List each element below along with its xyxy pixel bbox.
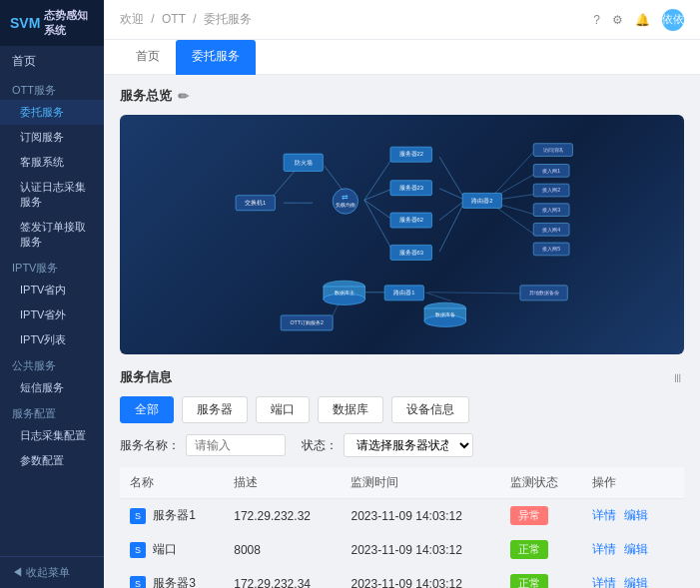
svg-text:服务器23: 服务器23: [399, 185, 423, 191]
svg-text:路由器1: 路由器1: [393, 290, 414, 295]
svg-text:服务器63: 服务器63: [399, 250, 423, 256]
status-badge[interactable]: 正常: [510, 540, 548, 559]
action-编辑[interactable]: 编辑: [624, 576, 648, 588]
help-icon[interactable]: ?: [593, 13, 600, 27]
cell-status: 异常: [500, 499, 582, 533]
svg-line-5: [439, 157, 465, 200]
topology-diagram: 防火墙 服务器22 服务器23 服务器62 服务器63 交换机1: [120, 115, 684, 354]
svg-line-7: [439, 200, 465, 220]
svg-line-9: [494, 151, 534, 194]
filter-tab-port[interactable]: 端口: [256, 396, 310, 423]
filter-tab-db[interactable]: 数据库: [318, 396, 383, 423]
cell-status: 正常: [500, 567, 582, 589]
svg-text:负载均衡: 负载均衡: [336, 202, 355, 208]
status-label: 状态：: [302, 437, 338, 454]
cell-desc: 8008: [224, 533, 341, 567]
breadcrumb: 欢迎 / OTT / 委托服务: [120, 11, 252, 28]
col-time: 监测时间: [341, 467, 499, 499]
sidebar-item-log-config[interactable]: 日志采集配置: [0, 423, 104, 448]
svg-line-15: [273, 169, 298, 198]
bell-icon[interactable]: 🔔: [635, 13, 650, 27]
filter-tab-device[interactable]: 设备信息: [391, 396, 469, 423]
sidebar-item-iptv-list[interactable]: IPTV列表: [0, 327, 104, 352]
svg-text:接入网2: 接入网2: [542, 187, 560, 193]
row-icon: S: [130, 576, 146, 588]
sidebar-item-weituo[interactable]: 委托服务: [0, 100, 104, 125]
svg-text:防火墙: 防火墙: [295, 160, 313, 166]
sidebar-item-kefu[interactable]: 客服系统: [0, 150, 104, 175]
status-badge[interactable]: 正常: [510, 574, 548, 588]
svg-line-17: [425, 293, 451, 301]
sidebar-item-sms[interactable]: 短信服务: [0, 375, 104, 400]
sidebar-item-param-config[interactable]: 参数配置: [0, 448, 104, 473]
action-编辑[interactable]: 编辑: [624, 508, 648, 522]
sidebar-home[interactable]: 首页: [0, 46, 104, 77]
filter-tabs: 全部 服务器 端口 数据库 设备信息: [120, 396, 684, 423]
sidebar-item-dingyue[interactable]: 订阅服务: [0, 125, 104, 150]
row-icon: S: [130, 542, 146, 558]
name-label: 服务名称：: [120, 437, 180, 454]
table-row: S 端口 8008 2023-11-09 14:03:12 正常 详情编辑: [120, 533, 684, 567]
service-table: 名称 描述 监测时间 监测状态 操作 S 服务器1 172.29.232.32 …: [120, 467, 684, 588]
logo-title: 态势感知系统: [44, 8, 94, 38]
action-详情[interactable]: 详情: [592, 542, 616, 556]
svg-line-8: [439, 200, 465, 252]
cell-ops: 详情编辑: [582, 499, 684, 533]
sidebar-collapse[interactable]: ◀ 收起菜单: [0, 556, 104, 588]
cell-time: 2023-11-09 14:03:12: [341, 533, 499, 567]
svg-text:访问消讯: 访问消讯: [543, 147, 563, 153]
svg-text:⇄: ⇄: [342, 193, 349, 202]
svg-line-4: [364, 200, 393, 252]
section-title-overview: 服务总览 ✏: [120, 87, 684, 105]
svg-text:数据库主: 数据库主: [335, 290, 354, 295]
table-row: S 服务器3 172.29.232.34 2023-11-09 14:03:12…: [120, 567, 684, 589]
svg-text:异地数据备份: 异地数据备份: [529, 290, 559, 295]
svg-text:接入网5: 接入网5: [542, 246, 560, 252]
filter-tab-server[interactable]: 服务器: [182, 396, 248, 423]
svg-text:服务器22: 服务器22: [399, 151, 423, 157]
sidebar-item-iptv-shengwai[interactable]: IPTV省外: [0, 302, 104, 327]
status-badge[interactable]: 异常: [510, 506, 548, 525]
header-right: ? ⚙ 🔔 依依: [593, 9, 684, 31]
col-name: 名称: [120, 467, 224, 499]
svg-line-1: [364, 157, 393, 200]
logo: SVM 态势感知系统: [0, 0, 104, 46]
cell-desc: 172.29.232.34: [224, 567, 341, 589]
sidebar-item-iptv-sheng[interactable]: IPTV省内: [0, 278, 104, 302]
svg-text:服务器62: 服务器62: [399, 217, 423, 223]
filter-icon[interactable]: ⫼: [672, 370, 684, 384]
edit-icon[interactable]: ✏: [178, 89, 189, 104]
avatar[interactable]: 依依: [662, 9, 684, 31]
topology-svg: 防火墙 服务器22 服务器23 服务器62 服务器63 交换机1: [136, 131, 668, 338]
cell-name: S 服务器3: [120, 567, 224, 589]
settings-icon[interactable]: ⚙: [612, 13, 623, 27]
svg-text:路由器2: 路由器2: [471, 198, 492, 204]
cell-name: S 端口: [120, 533, 224, 567]
action-详情[interactable]: 详情: [592, 576, 616, 588]
service-info-title: 服务信息: [120, 368, 172, 386]
svg-text:OTT订购服务2: OTT订购服务2: [291, 319, 324, 325]
sidebar-item-renzheng[interactable]: 认证日志采集服务: [0, 175, 104, 215]
tab-weituo[interactable]: 委托服务: [176, 40, 256, 75]
main-content: 欢迎 / OTT / 委托服务 ? ⚙ 🔔 依依 首页 委托服务 服务总览 ✏: [104, 0, 700, 588]
tab-home[interactable]: 首页: [120, 40, 176, 75]
col-desc: 描述: [224, 467, 341, 499]
sidebar-item-qianfa[interactable]: 签发订单接取服务: [0, 215, 104, 255]
action-详情[interactable]: 详情: [592, 508, 616, 522]
cell-time: 2023-11-09 14:03:12: [341, 499, 499, 533]
cell-ops: 详情编辑: [582, 533, 684, 567]
status-select[interactable]: 请选择服务器状态 异常 正常: [344, 433, 473, 457]
service-info-header: 服务信息 ⫼: [120, 368, 684, 386]
logo-icon: SVM: [10, 15, 40, 31]
name-input[interactable]: [186, 434, 286, 456]
content-area: 服务总览 ✏: [104, 75, 700, 588]
svg-text:数据库备: 数据库备: [435, 311, 455, 317]
cell-name: S 服务器1: [120, 499, 224, 533]
filter-tab-all[interactable]: 全部: [120, 396, 174, 423]
sidebar: SVM 态势感知系统 首页 OTT服务 委托服务 订阅服务 客服系统 认证日志采…: [0, 0, 104, 588]
status-search-field: 状态： 请选择服务器状态 异常 正常: [302, 433, 473, 457]
col-ops: 操作: [582, 467, 684, 499]
action-编辑[interactable]: 编辑: [624, 542, 648, 556]
svg-text:交换机1: 交换机1: [245, 199, 266, 206]
sidebar-section-public: 公共服务: [0, 352, 104, 375]
